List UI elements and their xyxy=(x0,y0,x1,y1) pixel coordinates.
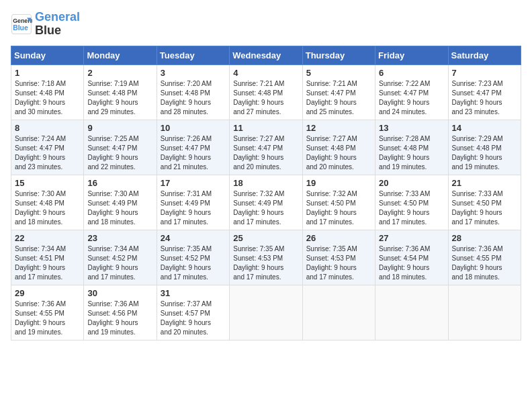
day-info: Sunrise: 7:21 AM Sunset: 4:48 PM Dayligh… xyxy=(233,79,298,117)
day-info: Sunrise: 7:19 AM Sunset: 4:48 PM Dayligh… xyxy=(87,79,152,117)
day-number: 16 xyxy=(87,178,152,188)
day-number: 31 xyxy=(161,288,226,298)
calendar-cell: 6Sunrise: 7:22 AM Sunset: 4:47 PM Daylig… xyxy=(375,64,448,120)
day-info: Sunrise: 7:26 AM Sunset: 4:47 PM Dayligh… xyxy=(161,134,226,172)
day-info: Sunrise: 7:25 AM Sunset: 4:47 PM Dayligh… xyxy=(87,134,152,172)
col-header-wednesday: Wednesday xyxy=(230,46,302,64)
calendar-cell: 17Sunrise: 7:31 AM Sunset: 4:49 PM Dayli… xyxy=(157,175,229,230)
day-info: Sunrise: 7:20 AM Sunset: 4:48 PM Dayligh… xyxy=(161,79,226,117)
calendar-cell: 19Sunrise: 7:32 AM Sunset: 4:50 PM Dayli… xyxy=(302,175,375,230)
page-header: General Blue GeneralBlue xyxy=(11,11,521,38)
logo-text: GeneralBlue xyxy=(35,11,80,38)
calendar-cell: 25Sunrise: 7:35 AM Sunset: 4:53 PM Dayli… xyxy=(230,230,302,285)
calendar-cell: 21Sunrise: 7:33 AM Sunset: 4:50 PM Dayli… xyxy=(448,175,521,230)
calendar-cell: 4Sunrise: 7:21 AM Sunset: 4:48 PM Daylig… xyxy=(230,64,302,120)
calendar-cell xyxy=(448,285,521,340)
day-info: Sunrise: 7:22 AM Sunset: 4:47 PM Dayligh… xyxy=(379,79,444,117)
calendar-cell: 12Sunrise: 7:27 AM Sunset: 4:48 PM Dayli… xyxy=(302,120,375,175)
day-info: Sunrise: 7:29 AM Sunset: 4:48 PM Dayligh… xyxy=(452,134,517,172)
day-info: Sunrise: 7:36 AM Sunset: 4:55 PM Dayligh… xyxy=(452,244,517,282)
day-info: Sunrise: 7:21 AM Sunset: 4:47 PM Dayligh… xyxy=(306,79,371,117)
calendar-cell xyxy=(230,285,302,340)
day-info: Sunrise: 7:32 AM Sunset: 4:49 PM Dayligh… xyxy=(233,189,298,227)
calendar-cell: 11Sunrise: 7:27 AM Sunset: 4:47 PM Dayli… xyxy=(230,120,302,175)
day-info: Sunrise: 7:34 AM Sunset: 4:52 PM Dayligh… xyxy=(87,244,152,282)
day-number: 8 xyxy=(15,123,80,133)
calendar-cell: 22Sunrise: 7:34 AM Sunset: 4:51 PM Dayli… xyxy=(11,230,84,285)
calendar-cell: 16Sunrise: 7:30 AM Sunset: 4:49 PM Dayli… xyxy=(84,175,157,230)
day-info: Sunrise: 7:34 AM Sunset: 4:51 PM Dayligh… xyxy=(15,244,80,282)
day-number: 10 xyxy=(161,123,226,133)
calendar-cell: 7Sunrise: 7:23 AM Sunset: 4:47 PM Daylig… xyxy=(448,64,521,120)
day-number: 1 xyxy=(15,68,80,78)
day-number: 15 xyxy=(15,178,80,188)
day-number: 4 xyxy=(233,68,298,78)
day-number: 7 xyxy=(452,68,517,78)
day-number: 26 xyxy=(306,233,371,243)
calendar-cell: 28Sunrise: 7:36 AM Sunset: 4:55 PM Dayli… xyxy=(448,230,521,285)
col-header-tuesday: Tuesday xyxy=(157,46,229,64)
day-info: Sunrise: 7:18 AM Sunset: 4:48 PM Dayligh… xyxy=(15,79,80,117)
day-info: Sunrise: 7:27 AM Sunset: 4:47 PM Dayligh… xyxy=(233,134,298,172)
logo: General Blue GeneralBlue xyxy=(11,11,80,38)
calendar-cell: 26Sunrise: 7:35 AM Sunset: 4:53 PM Dayli… xyxy=(302,230,375,285)
calendar-cell: 8Sunrise: 7:24 AM Sunset: 4:47 PM Daylig… xyxy=(11,120,84,175)
day-info: Sunrise: 7:30 AM Sunset: 4:49 PM Dayligh… xyxy=(87,189,152,227)
day-number: 12 xyxy=(306,123,371,133)
calendar-cell: 1Sunrise: 7:18 AM Sunset: 4:48 PM Daylig… xyxy=(11,64,84,120)
calendar-cell xyxy=(302,285,375,340)
calendar-cell: 5Sunrise: 7:21 AM Sunset: 4:47 PM Daylig… xyxy=(302,64,375,120)
day-info: Sunrise: 7:28 AM Sunset: 4:48 PM Dayligh… xyxy=(379,134,444,172)
day-number: 25 xyxy=(233,233,298,243)
col-header-thursday: Thursday xyxy=(302,46,375,64)
day-number: 23 xyxy=(87,233,152,243)
day-info: Sunrise: 7:32 AM Sunset: 4:50 PM Dayligh… xyxy=(306,189,371,227)
day-info: Sunrise: 7:23 AM Sunset: 4:47 PM Dayligh… xyxy=(452,79,517,117)
day-number: 3 xyxy=(161,68,226,78)
day-info: Sunrise: 7:24 AM Sunset: 4:47 PM Dayligh… xyxy=(15,134,80,172)
calendar-table: SundayMondayTuesdayWednesdayThursdayFrid… xyxy=(11,46,521,340)
day-info: Sunrise: 7:35 AM Sunset: 4:52 PM Dayligh… xyxy=(161,244,226,282)
calendar-cell: 13Sunrise: 7:28 AM Sunset: 4:48 PM Dayli… xyxy=(375,120,448,175)
col-header-friday: Friday xyxy=(375,46,448,64)
calendar-cell: 23Sunrise: 7:34 AM Sunset: 4:52 PM Dayli… xyxy=(84,230,157,285)
day-info: Sunrise: 7:37 AM Sunset: 4:57 PM Dayligh… xyxy=(161,300,226,337)
day-number: 6 xyxy=(379,68,444,78)
calendar-cell: 27Sunrise: 7:36 AM Sunset: 4:54 PM Dayli… xyxy=(375,230,448,285)
day-number: 22 xyxy=(15,233,80,243)
day-number: 18 xyxy=(233,178,298,188)
calendar-cell: 30Sunrise: 7:36 AM Sunset: 4:56 PM Dayli… xyxy=(84,285,157,340)
day-number: 17 xyxy=(161,178,226,188)
svg-text:Blue: Blue xyxy=(13,24,28,32)
col-header-saturday: Saturday xyxy=(448,46,521,64)
day-number: 28 xyxy=(452,233,517,243)
calendar-cell: 29Sunrise: 7:36 AM Sunset: 4:55 PM Dayli… xyxy=(11,285,84,340)
day-number: 20 xyxy=(379,178,444,188)
calendar-cell: 15Sunrise: 7:30 AM Sunset: 4:48 PM Dayli… xyxy=(11,175,84,230)
day-info: Sunrise: 7:36 AM Sunset: 4:55 PM Dayligh… xyxy=(15,300,80,337)
day-number: 11 xyxy=(233,123,298,133)
day-number: 19 xyxy=(306,178,371,188)
day-info: Sunrise: 7:36 AM Sunset: 4:56 PM Dayligh… xyxy=(87,300,152,337)
calendar-cell: 24Sunrise: 7:35 AM Sunset: 4:52 PM Dayli… xyxy=(157,230,229,285)
day-info: Sunrise: 7:33 AM Sunset: 4:50 PM Dayligh… xyxy=(452,189,517,227)
day-info: Sunrise: 7:36 AM Sunset: 4:54 PM Dayligh… xyxy=(379,244,444,282)
calendar-cell: 31Sunrise: 7:37 AM Sunset: 4:57 PM Dayli… xyxy=(157,285,229,340)
calendar-cell: 3Sunrise: 7:20 AM Sunset: 4:48 PM Daylig… xyxy=(157,64,229,120)
day-number: 29 xyxy=(15,288,80,298)
day-number: 14 xyxy=(452,123,517,133)
col-header-monday: Monday xyxy=(84,46,157,64)
calendar-cell xyxy=(375,285,448,340)
day-info: Sunrise: 7:27 AM Sunset: 4:48 PM Dayligh… xyxy=(306,134,371,172)
col-header-sunday: Sunday xyxy=(11,46,84,64)
day-number: 13 xyxy=(379,123,444,133)
calendar-cell: 18Sunrise: 7:32 AM Sunset: 4:49 PM Dayli… xyxy=(230,175,302,230)
calendar-cell: 10Sunrise: 7:26 AM Sunset: 4:47 PM Dayli… xyxy=(157,120,229,175)
day-number: 2 xyxy=(87,68,152,78)
day-info: Sunrise: 7:33 AM Sunset: 4:50 PM Dayligh… xyxy=(379,189,444,227)
day-info: Sunrise: 7:35 AM Sunset: 4:53 PM Dayligh… xyxy=(233,244,298,282)
calendar-cell: 2Sunrise: 7:19 AM Sunset: 4:48 PM Daylig… xyxy=(84,64,157,120)
calendar-cell: 9Sunrise: 7:25 AM Sunset: 4:47 PM Daylig… xyxy=(84,120,157,175)
day-number: 24 xyxy=(161,233,226,243)
day-info: Sunrise: 7:35 AM Sunset: 4:53 PM Dayligh… xyxy=(306,244,371,282)
